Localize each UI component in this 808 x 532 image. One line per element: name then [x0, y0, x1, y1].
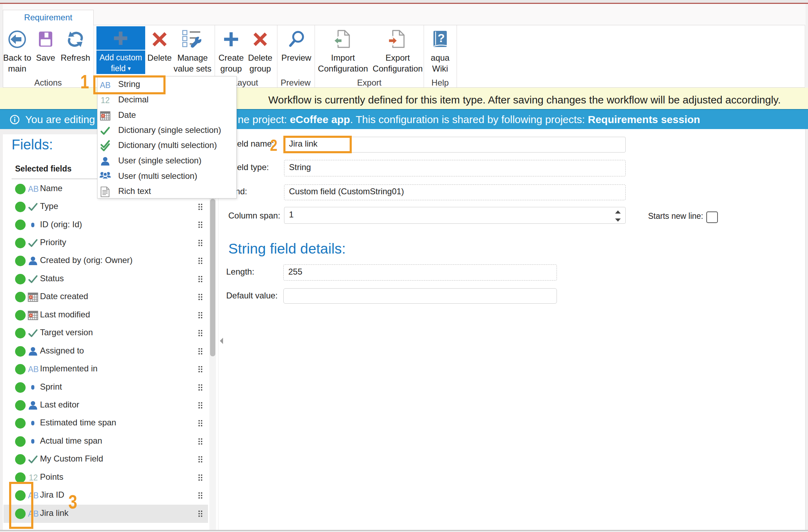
svg-text:?: ? — [438, 32, 445, 45]
